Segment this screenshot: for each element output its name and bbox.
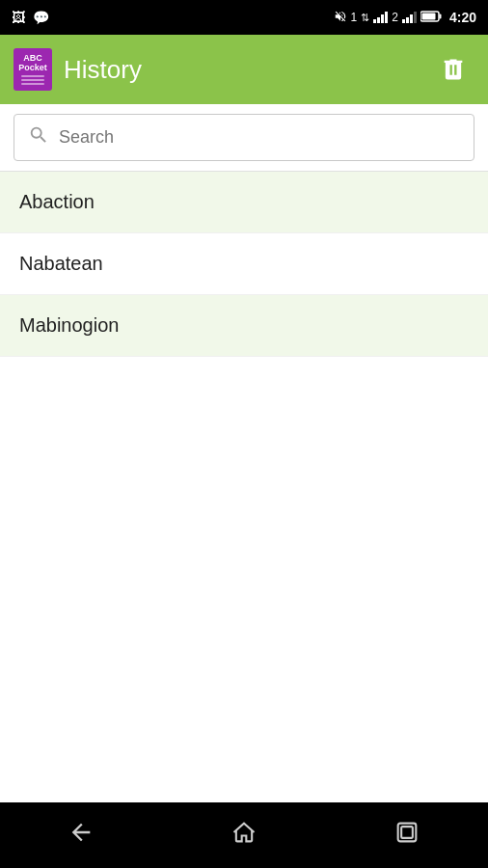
list-item[interactable]: Nabatean [0,233,488,295]
status-bar-right: 1 ⇅ 2 4:20 [334,10,476,26]
delete-history-button[interactable] [432,46,474,93]
app-icon-text: ABCPocket [18,54,47,73]
data-icon: ⇅ [361,12,369,24]
sim-number: 1 [351,11,358,24]
search-bar [0,104,488,172]
home-button[interactable] [207,811,281,859]
search-input[interactable] [59,127,460,148]
trash-icon [440,54,467,85]
signal2-icon [402,10,417,26]
list-item[interactable]: Mabinogion [0,295,488,357]
list-item-text: Nabatean [19,253,103,274]
status-bar-left: 🖼 💬 [12,10,49,25]
message-icon: 💬 [33,10,49,25]
search-icon [28,124,49,150]
list-item-text: Abaction [19,191,95,212]
status-bar: 🖼 💬 1 ⇅ 2 [0,0,488,35]
back-button[interactable] [44,811,118,859]
home-icon [230,819,258,852]
app-title: History [64,55,142,85]
signal-icon [373,10,388,26]
recents-icon [393,819,420,852]
sim2-number: 2 [392,11,398,24]
history-list: Abaction Nabatean Mabinogion [0,172,488,802]
status-time: 4:20 [449,10,476,25]
nav-bar [0,802,488,868]
recents-button[interactable] [370,811,444,859]
app-bar-left: ABCPocket History [14,48,142,91]
app-icon-lines [21,75,44,85]
app-bar: ABCPocket History [0,35,488,104]
app-logo: ABCPocket [14,48,52,91]
svg-rect-2 [421,13,435,19]
svg-rect-4 [401,827,413,838]
back-icon [68,819,95,852]
mute-icon [334,10,347,26]
svg-rect-1 [439,14,441,18]
list-item-text: Mabinogion [19,314,119,336]
search-wrapper [14,114,474,161]
list-item[interactable]: Abaction [0,172,488,233]
battery-icon [420,10,442,26]
image-icon: 🖼 [12,10,25,25]
